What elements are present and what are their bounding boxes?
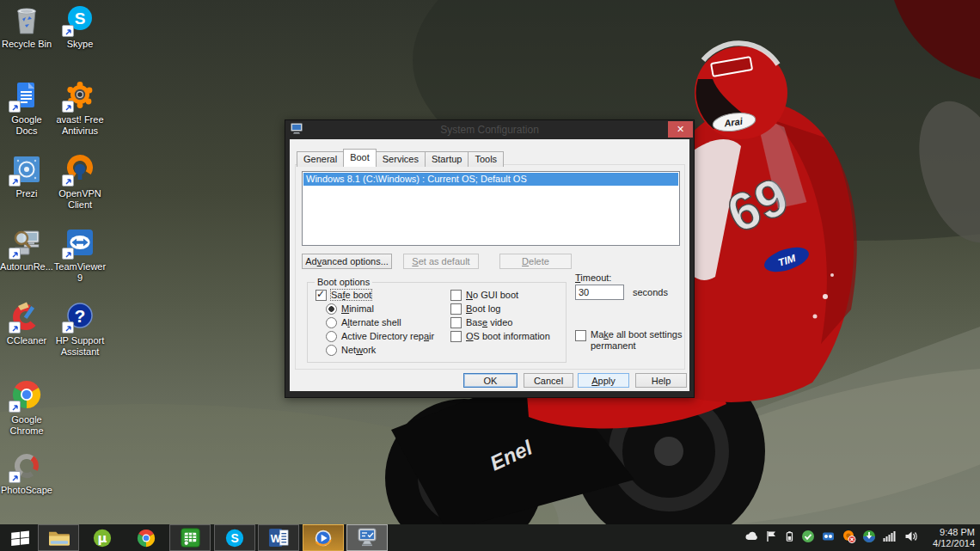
checkbox-box[interactable] xyxy=(450,303,462,315)
close-button[interactable]: ✕ xyxy=(668,121,693,138)
battery-icon[interactable] xyxy=(783,530,795,547)
make-permanent-checkbox[interactable]: Make all boot settings permanent xyxy=(575,329,683,352)
autorun-remover-icon xyxy=(10,226,43,259)
network-radio[interactable]: Network xyxy=(326,344,376,356)
base-video-label: Base video xyxy=(466,317,512,328)
desktop-icon-avast[interactable]: avast! Free Antivirus xyxy=(53,79,107,137)
timeout-label: Timeout: xyxy=(575,272,611,283)
checkbox-box[interactable] xyxy=(450,331,462,342)
checkbox-box[interactable] xyxy=(450,290,462,301)
taskbar-skype-button[interactable]: S xyxy=(214,524,255,551)
icon-label: AutorunRe... xyxy=(0,261,53,272)
taskbar-word-button[interactable]: W xyxy=(258,524,299,551)
os-boot-information-checkbox[interactable]: OS boot information xyxy=(450,330,550,342)
boot-log-label: Boot log xyxy=(466,303,500,314)
taskbar-media-player-button[interactable] xyxy=(303,524,344,551)
alternate-shell-label: Alternate shell xyxy=(341,317,401,328)
desktop-icon-ccleaner[interactable]: CCleaner xyxy=(0,300,53,346)
onedrive-cloud-icon[interactable] xyxy=(744,530,759,547)
safe-boot-checkbox[interactable]: Safe boot xyxy=(315,289,371,301)
ok-button[interactable]: OK xyxy=(463,373,518,388)
shortcut-arrow-icon xyxy=(9,321,21,334)
volume-icon[interactable] xyxy=(903,530,918,547)
icon-label: Google Docs xyxy=(0,114,53,137)
radio-circle[interactable] xyxy=(326,345,337,356)
shortcut-arrow-icon xyxy=(62,101,74,113)
checkbox-box[interactable] xyxy=(315,290,327,301)
apply-button[interactable]: Apply xyxy=(578,373,629,388)
start-button[interactable] xyxy=(7,524,34,551)
icon-label: TeamViewer 9 xyxy=(53,261,107,284)
active-directory-repair-radio[interactable]: Active Directory repair xyxy=(326,330,434,342)
help-button[interactable]: Help xyxy=(635,373,687,388)
skype-icon: S xyxy=(64,3,96,36)
timeout-unit-label: seconds xyxy=(633,287,668,297)
tab-tools[interactable]: Tools xyxy=(468,151,504,167)
desktop-icon-google-docs[interactable]: Google Docs xyxy=(0,79,53,137)
shortcut-arrow-icon xyxy=(9,174,21,187)
shortcut-arrow-icon xyxy=(62,25,74,37)
desktop-icon-autorun-remover[interactable]: AutorunRe... xyxy=(0,226,53,272)
taskbar-chrome-button[interactable] xyxy=(126,524,167,551)
advanced-options-button[interactable]: Advanced options... xyxy=(302,254,392,269)
boot-options-group-label: Boot options xyxy=(315,277,372,287)
taskbar-utorrent-button[interactable]: µ xyxy=(82,524,123,551)
recycle-bin-icon xyxy=(10,3,43,36)
desktop-icon-prezi[interactable]: Prezi xyxy=(0,153,53,199)
shortcut-arrow-icon xyxy=(9,471,21,483)
teamviewer-tray-icon[interactable] xyxy=(821,530,836,547)
taskbar-green-media-app-button[interactable] xyxy=(169,524,211,551)
timeout-input[interactable] xyxy=(575,285,624,300)
tab-services[interactable]: Services xyxy=(376,151,426,167)
radio-circle[interactable] xyxy=(326,331,337,342)
svg-text:S: S xyxy=(230,531,238,545)
desktop-icon-photoscape[interactable]: PhotoScape xyxy=(0,450,53,496)
green-media-app-icon xyxy=(180,527,201,548)
system-tray xyxy=(744,524,918,551)
shortcut-arrow-icon xyxy=(9,248,21,260)
no-gui-boot-checkbox[interactable]: No GUI boot xyxy=(450,289,518,301)
avast-antivirus-icon xyxy=(64,79,96,112)
desktop-icon-hp-support[interactable]: ? HP Support Assistant xyxy=(53,300,107,358)
idm-icon[interactable] xyxy=(862,530,876,547)
delete-button: Delete xyxy=(499,254,572,269)
shortcut-arrow-icon xyxy=(9,101,21,113)
clock-time: 9:48 PM xyxy=(920,527,975,538)
minimal-radio[interactable]: Minimal xyxy=(326,303,374,315)
action-center-flag-icon[interactable] xyxy=(765,530,777,547)
shortcut-arrow-icon xyxy=(62,248,74,260)
icon-label: CCleaner xyxy=(7,335,46,346)
boot-log-checkbox[interactable]: Boot log xyxy=(450,303,500,315)
desktop-icon-openvpn[interactable]: OpenVPN Client xyxy=(53,153,107,211)
taskbar-system-configuration-button[interactable] xyxy=(346,524,388,551)
os-boot-information-label: OS boot information xyxy=(466,331,550,341)
radio-circle[interactable] xyxy=(326,317,337,328)
security-check-icon[interactable] xyxy=(801,530,815,547)
avast-alert-icon[interactable] xyxy=(842,530,856,547)
tab-boot[interactable]: Boot xyxy=(343,149,377,167)
shortcut-arrow-icon xyxy=(62,321,74,334)
checkbox-box[interactable] xyxy=(450,317,462,328)
desktop-icon-skype[interactable]: S Skype xyxy=(53,3,107,50)
hp-support-assistant-icon: ? xyxy=(64,300,96,333)
base-video-checkbox[interactable]: Base video xyxy=(450,316,512,328)
window-titlebar[interactable]: System Configuration ✕ xyxy=(285,120,694,139)
set-as-default-button: Set as default xyxy=(403,254,479,269)
desktop-icon-chrome[interactable]: Google Chrome xyxy=(0,379,53,437)
alternate-shell-radio[interactable]: Alternate shell xyxy=(326,316,401,328)
taskbar-file-explorer-button[interactable] xyxy=(38,524,79,551)
radio-circle[interactable] xyxy=(326,303,337,315)
svg-text:?: ? xyxy=(75,306,86,326)
system-configuration-window: System Configuration ✕ General Boot Serv… xyxy=(285,119,695,398)
network-signal-icon[interactable] xyxy=(882,530,897,547)
boot-entry-selected[interactable]: Windows 8.1 (C:\Windows) : Current OS; D… xyxy=(303,173,678,186)
tab-general[interactable]: General xyxy=(297,151,344,167)
taskbar-clock[interactable]: 9:48 PM 4/12/2014 xyxy=(920,527,975,549)
tab-startup[interactable]: Startup xyxy=(425,151,469,167)
svg-text:S: S xyxy=(75,9,86,28)
checkbox-box[interactable] xyxy=(575,330,586,341)
cancel-button[interactable]: Cancel xyxy=(524,373,573,388)
boot-entries-listbox[interactable]: Windows 8.1 (C:\Windows) : Current OS; D… xyxy=(302,171,680,246)
desktop-icon-teamviewer[interactable]: TeamViewer 9 xyxy=(53,226,107,284)
desktop-icon-recycle-bin[interactable]: Recycle Bin xyxy=(0,3,53,50)
